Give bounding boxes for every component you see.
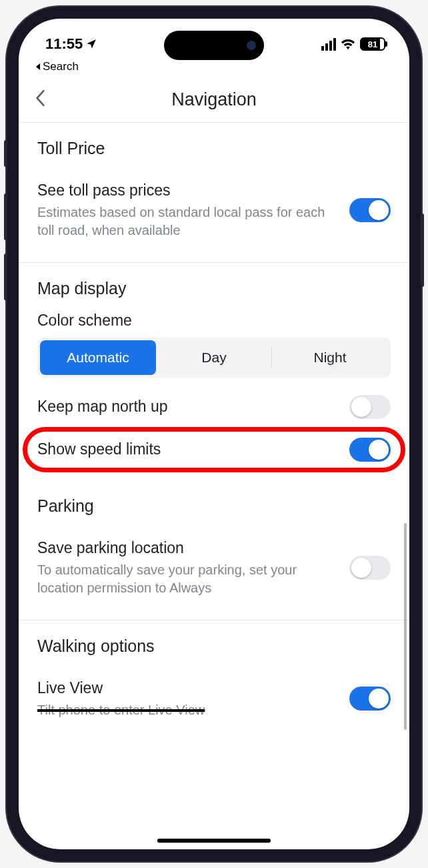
screen: 11:55 81 Search Navigation bbox=[19, 19, 409, 849]
setting-text: Show speed limits bbox=[37, 440, 336, 460]
back-button[interactable] bbox=[29, 84, 51, 115]
power-button bbox=[421, 213, 424, 287]
toggle-save-parking[interactable] bbox=[349, 556, 391, 580]
section-title-parking: Parking bbox=[37, 496, 391, 516]
section-title-toll: Toll Price bbox=[37, 139, 391, 158]
toggle-speed-limits[interactable] bbox=[349, 438, 391, 462]
setting-label: Live View bbox=[37, 679, 336, 699]
toggle-live-view[interactable] bbox=[349, 687, 391, 711]
breadcrumb-back-icon bbox=[35, 63, 41, 71]
setting-live-view: Live View Tilt phone to enter Live View bbox=[37, 669, 391, 719]
section-toll-price: Toll Price See toll pass prices Estimate… bbox=[19, 123, 409, 254]
volume-up-button bbox=[4, 193, 7, 240]
setting-label: Show speed limits bbox=[37, 440, 336, 460]
setting-label: Save parking location bbox=[37, 538, 336, 558]
setting-subtitle: To automatically save your parking, set … bbox=[37, 561, 336, 597]
volume-down-button bbox=[4, 254, 7, 300]
dynamic-island bbox=[164, 31, 264, 60]
setting-text: Live View Tilt phone to enter Live View bbox=[37, 679, 336, 719]
setting-label: See toll pass prices bbox=[37, 181, 336, 201]
color-scheme-label: Color scheme bbox=[37, 312, 391, 330]
setting-see-toll-prices: See toll pass prices Estimates based on … bbox=[37, 171, 391, 249]
section-parking: Parking Save parking location To automat… bbox=[19, 476, 409, 612]
status-time: 11:55 bbox=[45, 35, 83, 53]
wifi-icon bbox=[341, 38, 355, 50]
status-right: 81 bbox=[321, 37, 385, 51]
app-header: Navigation bbox=[19, 77, 409, 123]
section-title-walking: Walking options bbox=[37, 636, 391, 656]
setting-speed-limits: Show speed limits bbox=[37, 428, 391, 471]
setting-text: Keep map north up bbox=[37, 397, 336, 417]
mute-switch bbox=[4, 140, 7, 167]
section-map-display: Map display Color scheme Automatic Day N… bbox=[19, 263, 409, 476]
content: Toll Price See toll pass prices Estimate… bbox=[19, 123, 409, 725]
location-arrow-icon bbox=[85, 38, 97, 50]
segment-night[interactable]: Night bbox=[272, 340, 388, 375]
section-walking: Walking options Live View Tilt phone to … bbox=[19, 620, 409, 725]
phone-frame: 11:55 81 Search Navigation bbox=[7, 7, 421, 861]
battery-level: 81 bbox=[360, 37, 385, 51]
scrollbar[interactable] bbox=[404, 523, 407, 730]
setting-save-parking: Save parking location To automatically s… bbox=[37, 529, 391, 606]
battery-indicator: 81 bbox=[360, 37, 385, 51]
cellular-signal-icon bbox=[321, 38, 336, 51]
segment-day[interactable]: Day bbox=[156, 340, 272, 375]
color-scheme-segmented: Automatic Day Night bbox=[37, 338, 391, 378]
toggle-keep-north[interactable] bbox=[349, 395, 391, 419]
breadcrumb-label: Search bbox=[43, 60, 79, 73]
setting-subtitle: Tilt phone to enter Live View bbox=[37, 701, 336, 719]
setting-label: Keep map north up bbox=[37, 397, 336, 417]
status-left: 11:55 bbox=[45, 35, 97, 53]
home-indicator[interactable] bbox=[157, 839, 271, 843]
breadcrumb[interactable]: Search bbox=[19, 60, 409, 77]
segment-automatic[interactable]: Automatic bbox=[40, 340, 156, 375]
setting-text: Save parking location To automatically s… bbox=[37, 538, 336, 597]
page-title: Navigation bbox=[171, 89, 257, 110]
chevron-left-icon bbox=[35, 89, 45, 107]
setting-keep-north: Keep map north up bbox=[37, 386, 391, 428]
toggle-see-toll-prices[interactable] bbox=[349, 198, 391, 222]
front-camera bbox=[247, 41, 256, 50]
setting-text: See toll pass prices Estimates based on … bbox=[37, 181, 336, 240]
setting-subtitle: Estimates based on standard local pass f… bbox=[37, 203, 336, 240]
section-title-map-display: Map display bbox=[37, 279, 391, 298]
